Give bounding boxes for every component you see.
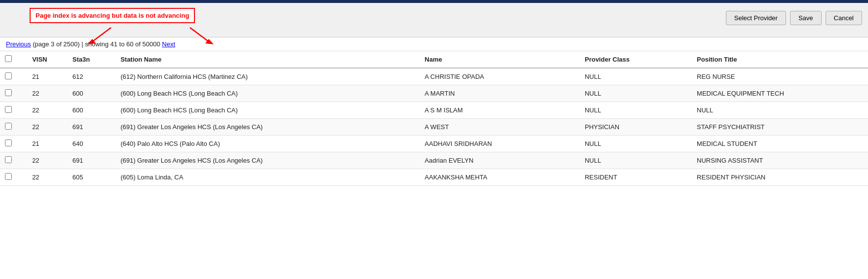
cell-provider-class: NULL — [580, 152, 692, 169]
cell-visn: 22 — [27, 102, 68, 119]
cell-visn: 21 — [27, 136, 68, 152]
cell-sta3n: 640 — [68, 136, 115, 152]
row-checkbox[interactable] — [5, 156, 12, 163]
cell-station-name: (612) Northern California HCS (Martinez … — [115, 68, 419, 85]
save-button[interactable]: Save — [790, 11, 822, 25]
cell-sta3n: 605 — [68, 169, 115, 186]
cell-visn: 22 — [27, 85, 68, 102]
table-row: 22600(600) Long Beach HCS (Long Beach CA… — [0, 85, 868, 102]
cancel-button[interactable]: Cancel — [826, 11, 862, 25]
row-checkbox[interactable] — [5, 140, 12, 146]
cell-visn: 22 — [27, 169, 68, 186]
table-row: 21612(612) Northern California HCS (Mart… — [0, 68, 868, 85]
pagination-bar: Previous (page 3 of 2500) | showing 41 t… — [0, 37, 868, 51]
cell-position-title: MEDICAL STUDENT — [692, 136, 868, 152]
cell-station-name: (691) Greater Los Angeles HCS (Los Angel… — [115, 119, 419, 136]
cell-name: AADHAVI SRIDHARAN — [420, 136, 580, 152]
previous-link[interactable]: Previous — [6, 40, 31, 48]
cell-sta3n: 691 — [68, 152, 115, 169]
select-provider-button[interactable]: Select Provider — [726, 11, 786, 25]
row-checkbox[interactable] — [5, 106, 12, 113]
header-position-title: Position Title — [692, 51, 868, 68]
cell-visn: 22 — [27, 152, 68, 169]
cell-station-name: (691) Greater Los Angeles HCS (Los Angel… — [115, 152, 419, 169]
table-row: 22691(691) Greater Los Angeles HCS (Los … — [0, 152, 868, 169]
table-row: 22605(605) Loma Linda, CAAAKANKSHA MEHTA… — [0, 169, 868, 186]
cell-provider-class: NULL — [580, 136, 692, 152]
cell-sta3n: 600 — [68, 102, 115, 119]
error-message: Page index is advancing but data is not … — [30, 8, 195, 23]
cell-sta3n: 691 — [68, 119, 115, 136]
cell-position-title: NURSING ASSISTANT — [692, 152, 868, 169]
table-row: 21640(640) Palo Alto HCS (Palo Alto CA)A… — [0, 136, 868, 152]
row-checkbox[interactable] — [5, 123, 12, 130]
select-all-checkbox[interactable] — [5, 55, 12, 62]
cell-position-title: MEDICAL EQUIPMENT TECH — [692, 85, 868, 102]
action-buttons: Select Provider Save Cancel — [726, 7, 862, 25]
cell-name: A MARTIN — [420, 85, 580, 102]
cell-sta3n: 600 — [68, 85, 115, 102]
row-checkbox[interactable] — [5, 89, 12, 96]
table-row: 22691(691) Greater Los Angeles HCS (Los … — [0, 119, 868, 136]
cell-sta3n: 612 — [68, 68, 115, 85]
cell-provider-class: RESIDENT — [580, 169, 692, 186]
header-checkbox-col — [0, 51, 27, 68]
cell-position-title: RESIDENT PHYSICIAN — [692, 169, 868, 186]
pagination-info-text: (page 3 of 2500) | showing 41 to 60 of 5… — [33, 40, 160, 48]
header-station-name: Station Name — [115, 51, 419, 68]
header-name: Name — [420, 51, 580, 68]
cell-name: A CHRISTIE OPADA — [420, 68, 580, 85]
cell-position-title: STAFF PSYCHIATRIST — [692, 119, 868, 136]
table-row: 22600(600) Long Beach HCS (Long Beach CA… — [0, 102, 868, 119]
header-provider-class: Provider Class — [580, 51, 692, 68]
cell-position-title: NULL — [692, 102, 868, 119]
cell-provider-class: PHYSICIAN — [580, 119, 692, 136]
table-header-row: VISN Sta3n Station Name Name Provider Cl… — [0, 51, 868, 68]
table-body: 21612(612) Northern California HCS (Mart… — [0, 68, 868, 186]
next-link[interactable]: Next — [162, 40, 175, 48]
cell-station-name: (600) Long Beach HCS (Long Beach CA) — [115, 102, 419, 119]
cell-station-name: (640) Palo Alto HCS (Palo Alto CA) — [115, 136, 419, 152]
cell-provider-class: NULL — [580, 102, 692, 119]
cell-provider-class: NULL — [580, 68, 692, 85]
cell-provider-class: NULL — [580, 85, 692, 102]
cell-station-name: (600) Long Beach HCS (Long Beach CA) — [115, 85, 419, 102]
cell-position-title: REG NURSE — [692, 68, 868, 85]
cell-station-name: (605) Loma Linda, CA — [115, 169, 419, 186]
cell-name: A WEST — [420, 119, 580, 136]
providers-table: VISN Sta3n Station Name Name Provider Cl… — [0, 51, 868, 186]
header-visn: VISN — [27, 51, 68, 68]
cell-name: AAKANKSHA MEHTA — [420, 169, 580, 186]
row-checkbox[interactable] — [5, 72, 12, 79]
cell-name: Aadrian EVELYN — [420, 152, 580, 169]
header-sta3n: Sta3n — [68, 51, 115, 68]
cell-visn: 22 — [27, 119, 68, 136]
row-checkbox[interactable] — [5, 173, 12, 180]
cell-name: A S M ISLAM — [420, 102, 580, 119]
cell-visn: 21 — [27, 68, 68, 85]
header-area: Page index is advancing but data is not … — [0, 3, 868, 37]
